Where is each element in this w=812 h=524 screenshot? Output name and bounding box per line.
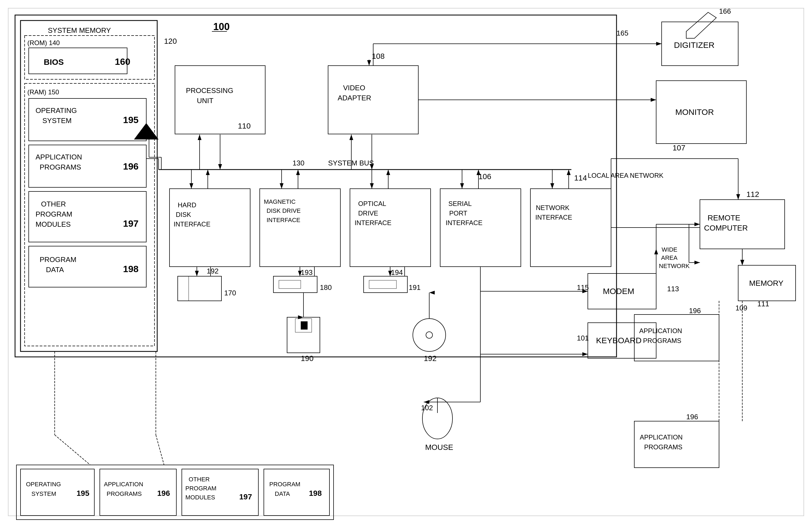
svg-text:MODULES: MODULES [185, 494, 215, 501]
svg-text:106: 106 [478, 172, 491, 181]
svg-text:SERIAL: SERIAL [448, 200, 471, 207]
svg-text:AREA: AREA [661, 254, 678, 261]
svg-text:114: 114 [574, 174, 587, 182]
svg-text:APPLICATION: APPLICATION [35, 153, 82, 161]
svg-text:DISK DRIVE: DISK DRIVE [267, 207, 301, 214]
svg-text:SYSTEM MEMORY: SYSTEM MEMORY [48, 26, 111, 34]
svg-text:120: 120 [164, 37, 177, 45]
svg-text:109: 109 [735, 304, 747, 312]
diagram-container: 100 SYSTEM MEMORY 120 (ROM) 140 BIOS 160… [0, 0, 812, 524]
svg-text:110: 110 [238, 122, 251, 130]
svg-line-178 [156, 435, 164, 465]
svg-text:OPERATING: OPERATING [26, 481, 61, 488]
svg-rect-90 [178, 276, 221, 301]
svg-text:170: 170 [224, 289, 236, 297]
svg-text:OTHER: OTHER [189, 476, 210, 483]
svg-text:ADAPTER: ADAPTER [338, 94, 371, 102]
svg-text:108: 108 [372, 52, 385, 61]
svg-text:197: 197 [239, 493, 252, 501]
svg-text:MODULES: MODULES [35, 220, 71, 228]
svg-text:PROGRAM: PROGRAM [40, 256, 76, 264]
svg-text:WIDE: WIDE [662, 246, 677, 253]
svg-text:SYSTEM: SYSTEM [43, 116, 72, 125]
svg-text:UNIT: UNIT [197, 97, 214, 105]
svg-rect-4 [8, 8, 804, 516]
svg-text:SYSTEM BUS: SYSTEM BUS [328, 159, 374, 167]
svg-text:MAGNETIC: MAGNETIC [264, 198, 296, 205]
svg-text:193: 193 [301, 268, 313, 277]
svg-text:OPERATING: OPERATING [35, 107, 77, 115]
svg-text:107: 107 [673, 144, 685, 152]
svg-text:196: 196 [686, 413, 698, 421]
svg-text:DRIVE: DRIVE [358, 210, 378, 217]
svg-text:PORT: PORT [449, 210, 467, 217]
svg-text:PROCESSING: PROCESSING [186, 86, 233, 95]
svg-text:APPLICATION: APPLICATION [639, 327, 682, 334]
svg-text:180: 180 [320, 283, 332, 292]
svg-rect-75 [530, 189, 611, 267]
diagram-svg: 100 SYSTEM MEMORY 120 (ROM) 140 BIOS 160… [0, 0, 812, 524]
svg-rect-8 [20, 20, 157, 351]
svg-text:198: 198 [309, 489, 322, 497]
svg-text:OPTICAL: OPTICAL [358, 200, 386, 207]
svg-marker-122 [686, 12, 716, 38]
svg-text:MEMORY: MEMORY [749, 279, 783, 288]
svg-text:APPLICATION: APPLICATION [640, 433, 683, 441]
svg-text:LOCAL AREA NETWORK: LOCAL AREA NETWORK [588, 172, 664, 179]
svg-text:INTERFACE: INTERFACE [267, 217, 300, 224]
svg-text:(RAM)  150: (RAM) 150 [27, 88, 59, 96]
svg-text:INTERFACE: INTERFACE [173, 220, 211, 228]
svg-text:PROGRAMS: PROGRAMS [643, 337, 681, 344]
svg-text:PROGRAM: PROGRAM [269, 481, 300, 488]
svg-text:DIGITIZER: DIGITIZER [674, 40, 714, 49]
svg-text:192: 192 [424, 354, 437, 363]
svg-text:192: 192 [207, 267, 218, 275]
svg-text:MODEM: MODEM [603, 286, 634, 296]
svg-text:190: 190 [301, 354, 314, 363]
svg-text:OTHER: OTHER [41, 200, 66, 208]
svg-text:166: 166 [719, 7, 731, 15]
svg-text:DATA: DATA [275, 490, 290, 497]
svg-text:INTERFACE: INTERFACE [354, 219, 392, 227]
svg-rect-91 [178, 276, 189, 301]
svg-text:MOUSE: MOUSE [425, 443, 453, 452]
svg-text:194: 194 [391, 268, 403, 277]
svg-text:100: 100 [213, 21, 230, 32]
svg-text:101: 101 [577, 334, 589, 342]
svg-rect-35 [175, 66, 265, 134]
svg-text:196: 196 [123, 161, 138, 171]
svg-line-176 [55, 435, 90, 465]
svg-text:DATA: DATA [46, 265, 64, 274]
svg-text:NETWORK: NETWORK [659, 263, 690, 269]
svg-text:195: 195 [77, 489, 89, 497]
svg-rect-105 [369, 280, 396, 289]
svg-text:PROGRAM: PROGRAM [185, 485, 217, 492]
svg-text:HARD: HARD [178, 201, 196, 209]
svg-text:DISK: DISK [176, 211, 191, 218]
svg-text:196: 196 [157, 489, 170, 497]
svg-text:INTERFACE: INTERFACE [535, 214, 572, 221]
svg-text:102: 102 [421, 404, 433, 412]
svg-rect-97 [274, 276, 317, 293]
svg-text:COMPUTER: COMPUTER [704, 224, 748, 232]
svg-text:198: 198 [123, 264, 138, 274]
svg-text:BIOS: BIOS [44, 58, 64, 66]
svg-text:MONITOR: MONITOR [675, 108, 714, 116]
svg-text:KEYBOARD: KEYBOARD [596, 336, 642, 345]
svg-text:REMOTE: REMOTE [708, 214, 740, 222]
svg-text:PROGRAMS: PROGRAMS [106, 490, 142, 497]
svg-text:112: 112 [746, 190, 759, 199]
svg-text:197: 197 [123, 218, 138, 229]
svg-rect-104 [364, 276, 408, 293]
svg-text:111: 111 [757, 300, 769, 308]
svg-text:130: 130 [293, 159, 304, 167]
svg-rect-112 [301, 321, 308, 330]
svg-text:(ROM)  140: (ROM) 140 [27, 39, 60, 47]
svg-rect-13 [29, 48, 127, 74]
svg-text:195: 195 [123, 115, 138, 125]
svg-text:PROGRAMS: PROGRAMS [644, 443, 682, 451]
svg-text:196: 196 [689, 307, 701, 315]
svg-text:191: 191 [409, 283, 420, 292]
svg-text:VIDEO: VIDEO [343, 84, 365, 92]
svg-text:INTERFACE: INTERFACE [446, 219, 483, 227]
